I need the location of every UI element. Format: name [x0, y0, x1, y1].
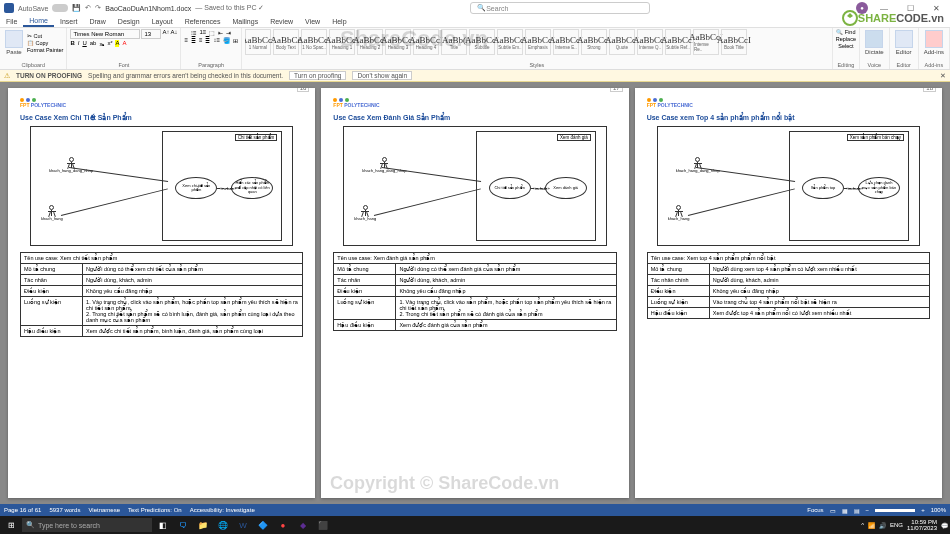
turn-on-proofing-button[interactable]: Turn on proofing	[289, 71, 346, 80]
focus-mode[interactable]: Focus	[807, 507, 823, 513]
shading-icon[interactable]: 🪣	[223, 37, 230, 44]
taskbar-app[interactable]: 📁	[194, 518, 212, 532]
italic-button[interactable]: I	[78, 40, 80, 47]
select-button[interactable]: Select	[838, 43, 853, 49]
line-spacing-icon[interactable]: ↕≡	[213, 37, 220, 44]
style-item[interactable]: AaBbCcIHeading 4	[413, 29, 439, 55]
underline-button[interactable]: U	[82, 40, 86, 47]
styles-gallery[interactable]: AaBbCcI1 NormalAaBbCcBody TextAaBbCcI1 N…	[245, 29, 829, 55]
font-color-button[interactable]: A	[122, 40, 126, 47]
tray-notifications-icon[interactable]: 💬	[941, 522, 948, 529]
style-item[interactable]: AaBbCcBody Text	[273, 29, 299, 55]
tab-view[interactable]: View	[299, 16, 326, 27]
search-input[interactable]: 🔍 Search	[470, 2, 650, 14]
style-item[interactable]: AaBbCcIStrong	[581, 29, 607, 55]
taskbar-app[interactable]: W	[234, 518, 252, 532]
page-status[interactable]: Page 16 of 61	[4, 507, 41, 513]
style-item[interactable]: AaBbCcIBook Title	[721, 29, 747, 55]
increase-indent-icon[interactable]: ⇥	[226, 29, 231, 36]
bold-button[interactable]: B	[70, 40, 74, 47]
read-mode-icon[interactable]: ▭	[830, 507, 836, 514]
language-status[interactable]: Vietnamese	[88, 507, 120, 513]
style-item[interactable]: AaBbCcI1 Normal	[245, 29, 271, 55]
strike-button[interactable]: ab	[90, 40, 97, 47]
replace-button[interactable]: Replace	[836, 36, 856, 42]
tab-design[interactable]: Design	[112, 16, 146, 27]
tray-wifi-icon[interactable]: 📶	[868, 522, 875, 529]
zoom-level[interactable]: 100%	[931, 507, 946, 513]
document-canvas[interactable]: 16FPT POLYTECHNICUse Case Xem Chi Tiết S…	[0, 82, 950, 504]
style-item[interactable]: AaBbCcISubtle Ref..	[665, 29, 691, 55]
taskbar-app[interactable]: 🗨	[174, 518, 192, 532]
sup-button[interactable]: x²	[107, 40, 112, 47]
tray-volume-icon[interactable]: 🔊	[879, 522, 886, 529]
shrink-font-icon[interactable]: A↓	[170, 29, 177, 39]
taskbar-search[interactable]: 🔍 Type here to search	[22, 518, 152, 532]
grow-font-icon[interactable]: A↑	[162, 29, 169, 39]
cut-button[interactable]: ✂ Cut	[27, 33, 63, 39]
zoom-slider[interactable]	[875, 509, 915, 512]
zoom-in-icon[interactable]: +	[921, 507, 925, 513]
tab-help[interactable]: Help	[326, 16, 352, 27]
multilevel-icon[interactable]: ⬚	[209, 29, 215, 36]
document-page[interactable]: 17FPT POLYTECHNICUse Case Xem Đánh Giá S…	[321, 88, 628, 498]
taskbar-app[interactable]: ●	[274, 518, 292, 532]
style-item[interactable]: AaBbCcIHeading 2	[357, 29, 383, 55]
tab-home[interactable]: Home	[23, 16, 54, 27]
align-left-icon[interactable]: ≡	[184, 37, 188, 44]
numbering-icon[interactable]: 1≡	[200, 29, 207, 36]
accessibility-status[interactable]: Accessibility: Investigate	[190, 507, 255, 513]
style-item[interactable]: AaBbCcIEmphasis	[525, 29, 551, 55]
style-item[interactable]: AaBbCcIHeading 3	[385, 29, 411, 55]
taskbar-app[interactable]: ⬛	[314, 518, 332, 532]
bullets-icon[interactable]: ⁝≡	[191, 29, 197, 36]
dont-show-again-button[interactable]: Don't show again	[352, 71, 412, 80]
taskbar-app[interactable]: 🔷	[254, 518, 272, 532]
tab-insert[interactable]: Insert	[54, 16, 84, 27]
tray-chevron-icon[interactable]: ^	[861, 522, 864, 528]
style-item[interactable]: AaBbCcIIntense Re..	[693, 29, 719, 55]
style-item[interactable]: AaBbCcI1 No Spac..	[301, 29, 327, 55]
tab-mailings[interactable]: Mailings	[226, 16, 264, 27]
tab-file[interactable]: File	[0, 16, 23, 27]
msg-close-icon[interactable]: ✕	[940, 72, 946, 80]
qat-undo-icon[interactable]: ↶	[85, 4, 91, 12]
addins-button[interactable]: Add-ins	[922, 29, 946, 56]
predictions-status[interactable]: Text Predictions: On	[128, 507, 182, 513]
tray-date[interactable]: 11/07/2023	[907, 525, 937, 531]
style-item[interactable]: AaBbCcISubtitle	[469, 29, 495, 55]
style-item[interactable]: AaBbCcIQuote	[609, 29, 635, 55]
web-layout-icon[interactable]: ▤	[854, 507, 860, 514]
word-count[interactable]: 5937 words	[49, 507, 80, 513]
align-center-icon[interactable]: ≣	[191, 37, 196, 44]
style-item[interactable]: AaBb(Title	[441, 29, 467, 55]
decrease-indent-icon[interactable]: ⇤	[218, 29, 223, 36]
taskbar-app[interactable]: ◆	[294, 518, 312, 532]
autosave-toggle[interactable]	[52, 4, 68, 12]
start-button[interactable]: ⊞	[2, 518, 20, 532]
style-item[interactable]: AaBbCcIIntense Q..	[637, 29, 663, 55]
editor-button[interactable]: Editor	[893, 29, 915, 56]
copy-button[interactable]: 📋 Copy	[27, 40, 63, 46]
style-item[interactable]: AaBbCcIIntense E..	[553, 29, 579, 55]
paste-button[interactable]: Paste	[3, 29, 25, 56]
style-item[interactable]: AaBbCcISubtle Em..	[497, 29, 523, 55]
tab-review[interactable]: Review	[264, 16, 299, 27]
font-name-input[interactable]: Times New Roman	[70, 29, 140, 39]
font-size-input[interactable]: 13	[141, 29, 161, 39]
print-layout-icon[interactable]: ▦	[842, 507, 848, 514]
zoom-out-icon[interactable]: −	[866, 507, 870, 513]
highlight-button[interactable]: A	[115, 40, 119, 47]
taskbar-app[interactable]: 🌐	[214, 518, 232, 532]
format-painter-button[interactable]: Format Painter	[27, 47, 63, 53]
tab-layout[interactable]: Layout	[146, 16, 179, 27]
align-right-icon[interactable]: ≡	[199, 37, 203, 44]
justify-icon[interactable]: ≣	[205, 37, 210, 44]
style-item[interactable]: AaBbCcIHeading 1	[329, 29, 355, 55]
tab-draw[interactable]: Draw	[83, 16, 111, 27]
find-button[interactable]: 🔍 Find	[836, 29, 855, 35]
autosave-label[interactable]: AutoSave	[18, 5, 48, 12]
qat-redo-icon[interactable]: ↷	[95, 4, 101, 12]
sub-button[interactable]: x₂	[99, 40, 104, 47]
tray-lang[interactable]: ENG	[890, 522, 903, 528]
